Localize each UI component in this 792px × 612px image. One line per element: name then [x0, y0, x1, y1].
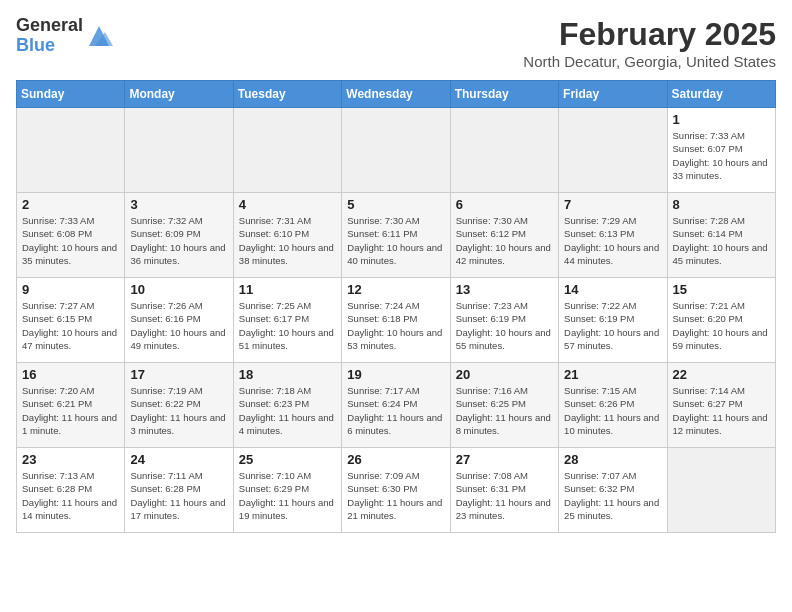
- weekday-header-monday: Monday: [125, 81, 233, 108]
- day-number: 23: [22, 452, 119, 467]
- day-number: 6: [456, 197, 553, 212]
- calendar-day: [342, 108, 450, 193]
- day-number: 28: [564, 452, 661, 467]
- logo-general-text: General: [16, 15, 83, 35]
- day-info: Sunrise: 7:21 AMSunset: 6:20 PMDaylight:…: [673, 299, 770, 352]
- day-number: 9: [22, 282, 119, 297]
- day-number: 20: [456, 367, 553, 382]
- day-info: Sunrise: 7:18 AMSunset: 6:23 PMDaylight:…: [239, 384, 336, 437]
- day-number: 17: [130, 367, 227, 382]
- calendar-day: [450, 108, 558, 193]
- calendar-day: 28Sunrise: 7:07 AMSunset: 6:32 PMDayligh…: [559, 448, 667, 533]
- day-number: 14: [564, 282, 661, 297]
- day-info: Sunrise: 7:29 AMSunset: 6:13 PMDaylight:…: [564, 214, 661, 267]
- day-number: 21: [564, 367, 661, 382]
- calendar-day: [667, 448, 775, 533]
- weekday-header-row: SundayMondayTuesdayWednesdayThursdayFrid…: [17, 81, 776, 108]
- day-number: 19: [347, 367, 444, 382]
- calendar-day: 27Sunrise: 7:08 AMSunset: 6:31 PMDayligh…: [450, 448, 558, 533]
- day-number: 13: [456, 282, 553, 297]
- day-number: 8: [673, 197, 770, 212]
- day-number: 5: [347, 197, 444, 212]
- calendar-week-4: 16Sunrise: 7:20 AMSunset: 6:21 PMDayligh…: [17, 363, 776, 448]
- day-info: Sunrise: 7:17 AMSunset: 6:24 PMDaylight:…: [347, 384, 444, 437]
- day-number: 4: [239, 197, 336, 212]
- day-number: 24: [130, 452, 227, 467]
- calendar-day: 3Sunrise: 7:32 AMSunset: 6:09 PMDaylight…: [125, 193, 233, 278]
- day-info: Sunrise: 7:27 AMSunset: 6:15 PMDaylight:…: [22, 299, 119, 352]
- day-number: 10: [130, 282, 227, 297]
- weekday-header-tuesday: Tuesday: [233, 81, 341, 108]
- day-number: 2: [22, 197, 119, 212]
- day-number: 25: [239, 452, 336, 467]
- calendar-day: 21Sunrise: 7:15 AMSunset: 6:26 PMDayligh…: [559, 363, 667, 448]
- header: General Blue February 2025 North Decatur…: [16, 16, 776, 70]
- calendar-day: 16Sunrise: 7:20 AMSunset: 6:21 PMDayligh…: [17, 363, 125, 448]
- location: North Decatur, Georgia, United States: [523, 53, 776, 70]
- day-info: Sunrise: 7:09 AMSunset: 6:30 PMDaylight:…: [347, 469, 444, 522]
- day-number: 16: [22, 367, 119, 382]
- weekday-header-friday: Friday: [559, 81, 667, 108]
- day-info: Sunrise: 7:22 AMSunset: 6:19 PMDaylight:…: [564, 299, 661, 352]
- day-info: Sunrise: 7:24 AMSunset: 6:18 PMDaylight:…: [347, 299, 444, 352]
- day-info: Sunrise: 7:08 AMSunset: 6:31 PMDaylight:…: [456, 469, 553, 522]
- calendar-day: 4Sunrise: 7:31 AMSunset: 6:10 PMDaylight…: [233, 193, 341, 278]
- calendar-day: 26Sunrise: 7:09 AMSunset: 6:30 PMDayligh…: [342, 448, 450, 533]
- day-info: Sunrise: 7:30 AMSunset: 6:12 PMDaylight:…: [456, 214, 553, 267]
- calendar-day: 20Sunrise: 7:16 AMSunset: 6:25 PMDayligh…: [450, 363, 558, 448]
- day-info: Sunrise: 7:25 AMSunset: 6:17 PMDaylight:…: [239, 299, 336, 352]
- title-area: February 2025 North Decatur, Georgia, Un…: [523, 16, 776, 70]
- logo: General Blue: [16, 16, 113, 56]
- calendar-day: [233, 108, 341, 193]
- day-number: 18: [239, 367, 336, 382]
- calendar-day: 1Sunrise: 7:33 AMSunset: 6:07 PMDaylight…: [667, 108, 775, 193]
- day-number: 15: [673, 282, 770, 297]
- calendar-day: 22Sunrise: 7:14 AMSunset: 6:27 PMDayligh…: [667, 363, 775, 448]
- calendar-day: 11Sunrise: 7:25 AMSunset: 6:17 PMDayligh…: [233, 278, 341, 363]
- day-info: Sunrise: 7:20 AMSunset: 6:21 PMDaylight:…: [22, 384, 119, 437]
- calendar-week-5: 23Sunrise: 7:13 AMSunset: 6:28 PMDayligh…: [17, 448, 776, 533]
- calendar-day: [125, 108, 233, 193]
- day-number: 27: [456, 452, 553, 467]
- day-info: Sunrise: 7:16 AMSunset: 6:25 PMDaylight:…: [456, 384, 553, 437]
- day-info: Sunrise: 7:30 AMSunset: 6:11 PMDaylight:…: [347, 214, 444, 267]
- weekday-header-thursday: Thursday: [450, 81, 558, 108]
- calendar-week-2: 2Sunrise: 7:33 AMSunset: 6:08 PMDaylight…: [17, 193, 776, 278]
- calendar-day: 2Sunrise: 7:33 AMSunset: 6:08 PMDaylight…: [17, 193, 125, 278]
- calendar-day: [559, 108, 667, 193]
- day-info: Sunrise: 7:19 AMSunset: 6:22 PMDaylight:…: [130, 384, 227, 437]
- day-info: Sunrise: 7:15 AMSunset: 6:26 PMDaylight:…: [564, 384, 661, 437]
- calendar-day: 24Sunrise: 7:11 AMSunset: 6:28 PMDayligh…: [125, 448, 233, 533]
- logo-blue-text: Blue: [16, 35, 55, 55]
- day-info: Sunrise: 7:23 AMSunset: 6:19 PMDaylight:…: [456, 299, 553, 352]
- day-info: Sunrise: 7:10 AMSunset: 6:29 PMDaylight:…: [239, 469, 336, 522]
- day-number: 12: [347, 282, 444, 297]
- weekday-header-saturday: Saturday: [667, 81, 775, 108]
- calendar-day: 12Sunrise: 7:24 AMSunset: 6:18 PMDayligh…: [342, 278, 450, 363]
- day-info: Sunrise: 7:28 AMSunset: 6:14 PMDaylight:…: [673, 214, 770, 267]
- day-info: Sunrise: 7:26 AMSunset: 6:16 PMDaylight:…: [130, 299, 227, 352]
- day-info: Sunrise: 7:31 AMSunset: 6:10 PMDaylight:…: [239, 214, 336, 267]
- calendar-day: [17, 108, 125, 193]
- calendar-day: 19Sunrise: 7:17 AMSunset: 6:24 PMDayligh…: [342, 363, 450, 448]
- day-number: 3: [130, 197, 227, 212]
- calendar-day: 8Sunrise: 7:28 AMSunset: 6:14 PMDaylight…: [667, 193, 775, 278]
- day-info: Sunrise: 7:33 AMSunset: 6:07 PMDaylight:…: [673, 129, 770, 182]
- weekday-header-wednesday: Wednesday: [342, 81, 450, 108]
- calendar-day: 5Sunrise: 7:30 AMSunset: 6:11 PMDaylight…: [342, 193, 450, 278]
- day-number: 11: [239, 282, 336, 297]
- logo-icon: [85, 22, 113, 50]
- day-info: Sunrise: 7:33 AMSunset: 6:08 PMDaylight:…: [22, 214, 119, 267]
- calendar-day: 23Sunrise: 7:13 AMSunset: 6:28 PMDayligh…: [17, 448, 125, 533]
- calendar-week-3: 9Sunrise: 7:27 AMSunset: 6:15 PMDaylight…: [17, 278, 776, 363]
- day-info: Sunrise: 7:32 AMSunset: 6:09 PMDaylight:…: [130, 214, 227, 267]
- calendar-day: 6Sunrise: 7:30 AMSunset: 6:12 PMDaylight…: [450, 193, 558, 278]
- calendar-day: 18Sunrise: 7:18 AMSunset: 6:23 PMDayligh…: [233, 363, 341, 448]
- day-number: 26: [347, 452, 444, 467]
- calendar-day: 15Sunrise: 7:21 AMSunset: 6:20 PMDayligh…: [667, 278, 775, 363]
- calendar-day: 7Sunrise: 7:29 AMSunset: 6:13 PMDaylight…: [559, 193, 667, 278]
- calendar-week-1: 1Sunrise: 7:33 AMSunset: 6:07 PMDaylight…: [17, 108, 776, 193]
- day-number: 22: [673, 367, 770, 382]
- calendar-table: SundayMondayTuesdayWednesdayThursdayFrid…: [16, 80, 776, 533]
- calendar-day: 13Sunrise: 7:23 AMSunset: 6:19 PMDayligh…: [450, 278, 558, 363]
